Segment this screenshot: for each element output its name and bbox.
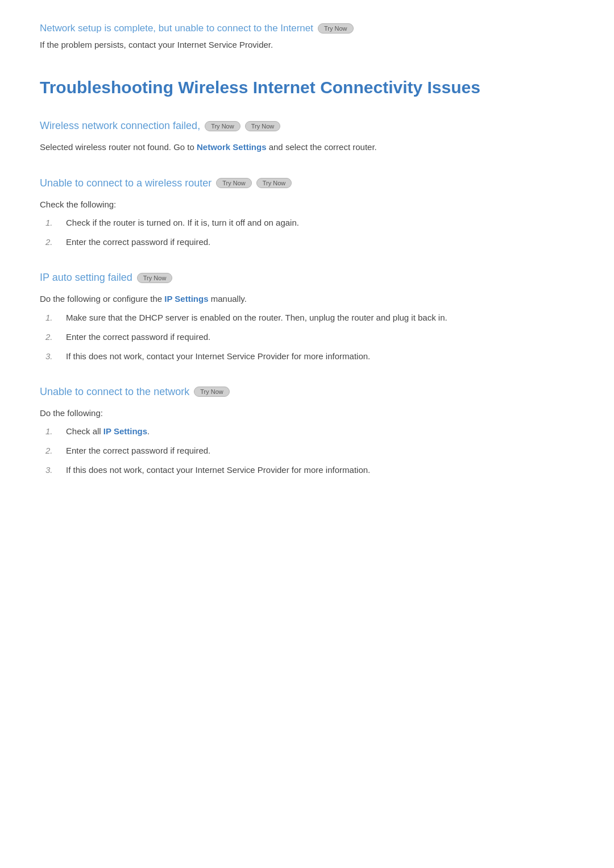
section-4-body-intro: Do the following: [40,406,574,421]
section-unable-network: Unable to connect to the network Try Now… [40,386,574,477]
list-item-text: If this does not work, contact your Inte… [66,463,370,477]
list-number: 3. [45,463,63,477]
intro-body: If the problem persists, contact your In… [40,40,574,49]
list-number: 3. [45,350,63,363]
section-1-try-now-2[interactable]: Try Now [245,121,281,131]
ip-settings-link-1[interactable]: IP Settings [164,294,208,304]
section-wireless-connection-failed: Wireless network connection failed, Try … [40,120,574,155]
list-item: 3. If this does not work, contact your I… [45,350,574,363]
section-1-body: Selected wireless router not found. Go t… [40,140,574,155]
list-item: 2. Enter the correct password if require… [45,444,574,458]
list-item: 1. Make sure that the DHCP server is ena… [45,311,574,325]
list-number: 2. [45,330,63,344]
section-3-heading: IP auto setting failed Try Now [40,272,574,284]
list-item-text: Enter the correct password if required. [66,235,210,249]
list-item-text: Enter the correct password if required. [66,444,210,458]
section-1-body-text: Selected wireless router not found. Go t… [40,140,574,155]
section-4-heading: Unable to connect to the network Try Now [40,386,574,398]
list-number: 2. [45,444,63,458]
section-3-body-intro: Do the following or configure the IP Set… [40,292,574,306]
section-3-body: Do the following or configure the IP Set… [40,292,574,363]
section-2-heading-text: Unable to connect to a wireless router [40,177,211,189]
section-2-body: Check the following: 1. Check if the rou… [40,197,574,250]
section-unable-wireless-router: Unable to connect to a wireless router T… [40,177,574,250]
section-2-try-now-1[interactable]: Try Now [216,178,252,188]
section-3-try-now-1[interactable]: Try Now [137,273,173,283]
list-number: 1. [45,216,63,230]
network-settings-link[interactable]: Network Settings [197,142,267,152]
list-number: 1. [45,311,63,325]
page-title: Troubleshooting Wireless Internet Connec… [40,72,574,97]
intro-try-now-badge[interactable]: Try Now [318,23,354,34]
list-item: 1. Check all IP Settings. [45,425,574,438]
list-item-text: Enter the correct password if required. [66,330,210,344]
section-2-try-now-2[interactable]: Try Now [256,178,292,188]
section-1-try-now-1[interactable]: Try Now [205,121,240,131]
section-2-list: 1. Check if the router is turned on. If … [40,216,574,249]
intro-heading: Network setup is complete, but unable to… [40,23,574,34]
section-ip-auto-setting: IP auto setting failed Try Now Do the fo… [40,272,574,363]
intro-section: Network setup is complete, but unable to… [40,23,574,49]
list-item-text: If this does not work, contact your Inte… [66,350,370,363]
list-item-text: Check all IP Settings. [66,425,150,438]
section-2-heading: Unable to connect to a wireless router T… [40,177,574,189]
section-4-body: Do the following: 1. Check all IP Settin… [40,406,574,477]
list-number: 2. [45,235,63,249]
list-item: 3. If this does not work, contact your I… [45,463,574,477]
list-number: 1. [45,425,63,438]
list-item-text: Make sure that the DHCP server is enable… [66,311,447,325]
section-4-try-now-1[interactable]: Try Now [194,387,230,397]
intro-heading-text: Network setup is complete, but unable to… [40,23,313,34]
section-3-list: 1. Make sure that the DHCP server is ena… [40,311,574,363]
section-3-heading-text: IP auto setting failed [40,272,132,284]
list-item-text: Check if the router is turned on. If it … [66,216,299,230]
section-1-heading: Wireless network connection failed, Try … [40,120,574,132]
section-4-list: 1. Check all IP Settings. 2. Enter the c… [40,425,574,477]
section-1-heading-text: Wireless network connection failed, [40,120,200,132]
list-item: 1. Check if the router is turned on. If … [45,216,574,230]
section-4-heading-text: Unable to connect to the network [40,386,189,398]
list-item: 2. Enter the correct password if require… [45,330,574,344]
list-item: 2. Enter the correct password if require… [45,235,574,249]
section-2-body-intro: Check the following: [40,197,574,212]
ip-settings-link-2[interactable]: IP Settings [103,426,147,436]
